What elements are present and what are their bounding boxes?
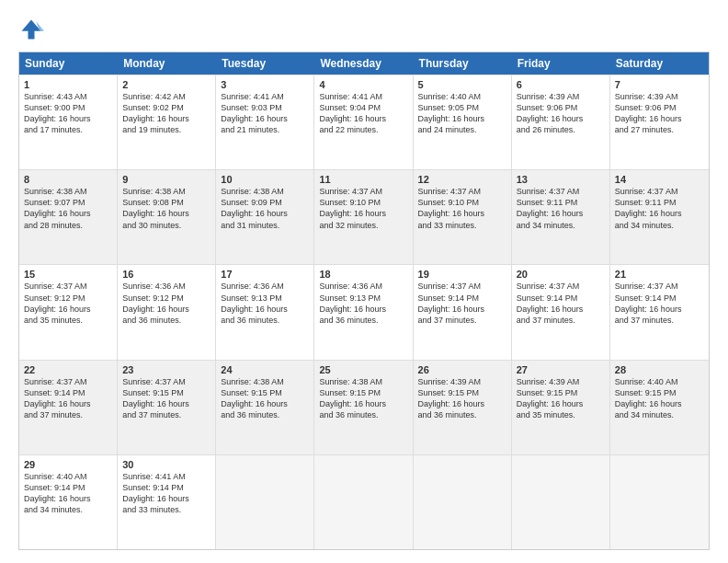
cell-info: Sunrise: 4:43 AMSunset: 9:00 PMDaylight:… <box>24 91 112 136</box>
cell-info: Sunrise: 4:38 AMSunset: 9:15 PMDaylight:… <box>319 376 407 421</box>
day-number: 23 <box>122 364 210 375</box>
calendar-cell: 16Sunrise: 4:36 AMSunset: 9:12 PMDayligh… <box>118 265 216 359</box>
cell-info: Sunrise: 4:37 AMSunset: 9:12 PMDaylight:… <box>24 281 112 326</box>
calendar-cell: 15Sunrise: 4:37 AMSunset: 9:12 PMDayligh… <box>19 265 118 359</box>
calendar-cell: 19Sunrise: 4:37 AMSunset: 9:14 PMDayligh… <box>414 265 512 359</box>
calendar-cell: 17Sunrise: 4:36 AMSunset: 9:13 PMDayligh… <box>216 265 314 359</box>
cell-info: Sunrise: 4:37 AMSunset: 9:11 PMDaylight:… <box>615 186 704 231</box>
calendar-cell: 24Sunrise: 4:38 AMSunset: 9:15 PMDayligh… <box>216 361 314 454</box>
cell-info: Sunrise: 4:37 AMSunset: 9:14 PMDaylight:… <box>615 281 704 326</box>
calendar-cell: 23Sunrise: 4:37 AMSunset: 9:15 PMDayligh… <box>118 361 216 454</box>
calendar-cell: 3Sunrise: 4:41 AMSunset: 9:03 PMDaylight… <box>216 75 314 169</box>
day-number: 7 <box>615 79 704 90</box>
day-number: 25 <box>319 364 407 375</box>
cell-info: Sunrise: 4:41 AMSunset: 9:03 PMDaylight:… <box>221 91 309 136</box>
day-number: 13 <box>517 174 605 185</box>
calendar-cell <box>512 455 610 549</box>
day-number: 10 <box>221 174 309 185</box>
day-number: 8 <box>24 174 112 185</box>
calendar-cell: 9Sunrise: 4:38 AMSunset: 9:08 PMDaylight… <box>118 170 216 264</box>
calendar-cell: 21Sunrise: 4:37 AMSunset: 9:14 PMDayligh… <box>610 265 709 359</box>
cell-info: Sunrise: 4:39 AMSunset: 9:15 PMDaylight:… <box>517 376 605 421</box>
cell-info: Sunrise: 4:42 AMSunset: 9:02 PMDaylight:… <box>122 91 210 136</box>
svg-marker-0 <box>22 20 41 40</box>
calendar-body: 1Sunrise: 4:43 AMSunset: 9:00 PMDaylight… <box>19 75 709 549</box>
header-day-friday: Friday <box>512 52 610 75</box>
cell-info: Sunrise: 4:38 AMSunset: 9:09 PMDaylight:… <box>221 186 309 231</box>
calendar-cell: 29Sunrise: 4:40 AMSunset: 9:14 PMDayligh… <box>19 455 118 549</box>
calendar-cell: 12Sunrise: 4:37 AMSunset: 9:10 PMDayligh… <box>414 170 512 264</box>
calendar-cell: 6Sunrise: 4:39 AMSunset: 9:06 PMDaylight… <box>512 75 610 169</box>
header-day-wednesday: Wednesday <box>314 52 413 75</box>
day-number: 29 <box>24 459 112 470</box>
header-day-thursday: Thursday <box>414 52 512 75</box>
calendar-cell <box>610 455 709 549</box>
day-number: 9 <box>122 174 210 185</box>
day-number: 20 <box>517 269 605 280</box>
header <box>18 17 710 42</box>
calendar-row-1: 1Sunrise: 4:43 AMSunset: 9:00 PMDaylight… <box>19 75 709 169</box>
calendar-row-4: 22Sunrise: 4:37 AMSunset: 9:14 PMDayligh… <box>19 360 709 454</box>
header-day-tuesday: Tuesday <box>216 52 314 75</box>
day-number: 15 <box>24 269 112 280</box>
calendar-header: SundayMondayTuesdayWednesdayThursdayFrid… <box>19 52 709 75</box>
cell-info: Sunrise: 4:37 AMSunset: 9:10 PMDaylight:… <box>418 186 506 231</box>
cell-info: Sunrise: 4:39 AMSunset: 9:15 PMDaylight:… <box>418 376 506 421</box>
cell-info: Sunrise: 4:37 AMSunset: 9:14 PMDaylight:… <box>24 376 112 421</box>
day-number: 17 <box>221 269 309 280</box>
cell-info: Sunrise: 4:37 AMSunset: 9:10 PMDaylight:… <box>319 186 407 231</box>
calendar-cell <box>216 455 314 549</box>
day-number: 16 <box>122 269 210 280</box>
cell-info: Sunrise: 4:40 AMSunset: 9:15 PMDaylight:… <box>615 376 704 421</box>
calendar-cell: 2Sunrise: 4:42 AMSunset: 9:02 PMDaylight… <box>118 75 216 169</box>
day-number: 12 <box>418 174 506 185</box>
cell-info: Sunrise: 4:37 AMSunset: 9:15 PMDaylight:… <box>122 376 210 421</box>
calendar-cell: 28Sunrise: 4:40 AMSunset: 9:15 PMDayligh… <box>610 361 709 454</box>
calendar-cell: 7Sunrise: 4:39 AMSunset: 9:06 PMDaylight… <box>610 75 709 169</box>
calendar-cell: 18Sunrise: 4:36 AMSunset: 9:13 PMDayligh… <box>314 265 413 359</box>
header-day-monday: Monday <box>118 52 216 75</box>
day-number: 26 <box>418 364 506 375</box>
calendar-row-2: 8Sunrise: 4:38 AMSunset: 9:07 PMDaylight… <box>19 169 709 264</box>
page: SundayMondayTuesdayWednesdayThursdayFrid… <box>0 0 728 563</box>
header-day-saturday: Saturday <box>610 52 709 75</box>
cell-info: Sunrise: 4:39 AMSunset: 9:06 PMDaylight:… <box>517 91 605 136</box>
calendar-cell: 30Sunrise: 4:41 AMSunset: 9:14 PMDayligh… <box>118 455 216 549</box>
calendar: SundayMondayTuesdayWednesdayThursdayFrid… <box>18 52 710 550</box>
day-number: 2 <box>122 79 210 90</box>
day-number: 4 <box>319 79 407 90</box>
calendar-cell: 13Sunrise: 4:37 AMSunset: 9:11 PMDayligh… <box>512 170 610 264</box>
calendar-cell: 5Sunrise: 4:40 AMSunset: 9:05 PMDaylight… <box>414 75 512 169</box>
cell-info: Sunrise: 4:37 AMSunset: 9:11 PMDaylight:… <box>517 186 605 231</box>
calendar-cell: 22Sunrise: 4:37 AMSunset: 9:14 PMDayligh… <box>19 361 118 454</box>
cell-info: Sunrise: 4:37 AMSunset: 9:14 PMDaylight:… <box>517 281 605 326</box>
cell-info: Sunrise: 4:40 AMSunset: 9:05 PMDaylight:… <box>418 91 506 136</box>
calendar-row-5: 29Sunrise: 4:40 AMSunset: 9:14 PMDayligh… <box>19 454 709 549</box>
day-number: 19 <box>418 269 506 280</box>
day-number: 21 <box>615 269 704 280</box>
cell-info: Sunrise: 4:38 AMSunset: 9:08 PMDaylight:… <box>122 186 210 231</box>
logo <box>18 17 48 42</box>
day-number: 24 <box>221 364 309 375</box>
calendar-cell <box>314 455 413 549</box>
day-number: 1 <box>24 79 112 90</box>
cell-info: Sunrise: 4:39 AMSunset: 9:06 PMDaylight:… <box>615 91 704 136</box>
cell-info: Sunrise: 4:36 AMSunset: 9:13 PMDaylight:… <box>221 281 309 326</box>
calendar-cell: 11Sunrise: 4:37 AMSunset: 9:10 PMDayligh… <box>314 170 413 264</box>
day-number: 18 <box>319 269 407 280</box>
calendar-cell: 26Sunrise: 4:39 AMSunset: 9:15 PMDayligh… <box>414 361 512 454</box>
cell-info: Sunrise: 4:38 AMSunset: 9:15 PMDaylight:… <box>221 376 309 421</box>
calendar-cell: 14Sunrise: 4:37 AMSunset: 9:11 PMDayligh… <box>610 170 709 264</box>
cell-info: Sunrise: 4:41 AMSunset: 9:14 PMDaylight:… <box>122 471 210 516</box>
calendar-cell: 27Sunrise: 4:39 AMSunset: 9:15 PMDayligh… <box>512 361 610 454</box>
header-day-sunday: Sunday <box>19 52 118 75</box>
calendar-cell <box>414 455 512 549</box>
calendar-cell: 8Sunrise: 4:38 AMSunset: 9:07 PMDaylight… <box>19 170 118 264</box>
calendar-cell: 4Sunrise: 4:41 AMSunset: 9:04 PMDaylight… <box>314 75 413 169</box>
cell-info: Sunrise: 4:36 AMSunset: 9:12 PMDaylight:… <box>122 281 210 326</box>
calendar-row-3: 15Sunrise: 4:37 AMSunset: 9:12 PMDayligh… <box>19 264 709 359</box>
calendar-cell: 1Sunrise: 4:43 AMSunset: 9:00 PMDaylight… <box>19 75 118 169</box>
day-number: 14 <box>615 174 704 185</box>
day-number: 27 <box>517 364 605 375</box>
calendar-cell: 25Sunrise: 4:38 AMSunset: 9:15 PMDayligh… <box>314 361 413 454</box>
